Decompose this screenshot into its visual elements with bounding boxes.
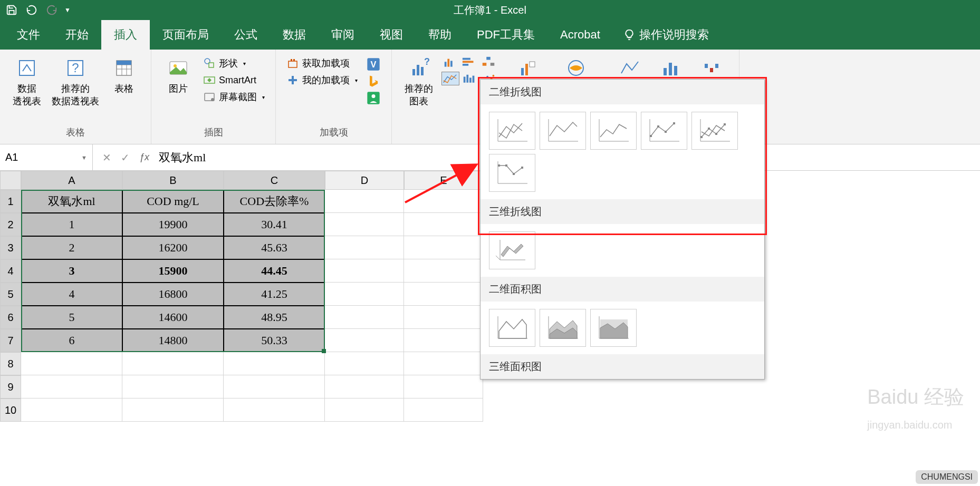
recommended-pivot-button[interactable]: ? 推荐的 数据透视表 [50, 55, 101, 110]
area-chart-option-3[interactable] [590, 309, 637, 347]
cell[interactable] [404, 352, 483, 375]
tab-home[interactable]: 开始 [53, 20, 101, 50]
cell[interactable] [122, 375, 224, 398]
cell[interactable] [21, 375, 122, 398]
area-chart-option-1[interactable] [489, 309, 535, 347]
line-chart-option-6[interactable] [489, 154, 535, 192]
save-icon[interactable] [4, 3, 19, 17]
row-header[interactable]: 8 [0, 352, 21, 375]
line-chart-mini[interactable] [441, 72, 459, 85]
cell[interactable]: COD去除率% [224, 190, 325, 213]
screenshot-button[interactable]: 屏幕截图▾ [203, 91, 265, 103]
tab-file[interactable]: 文件 [4, 20, 53, 50]
cell[interactable] [325, 283, 404, 306]
cell[interactable]: 50.33 [224, 329, 325, 352]
tab-formulas[interactable]: 公式 [222, 20, 270, 50]
column-header-b[interactable]: B [122, 171, 224, 190]
enter-icon[interactable]: ✓ [121, 151, 130, 164]
name-box[interactable]: A1 ▼ [0, 144, 93, 170]
visio-icon[interactable]: V [366, 57, 381, 72]
line-chart-option-1[interactable] [489, 112, 535, 150]
people-icon[interactable] [366, 91, 381, 105]
cell[interactable]: 3 [21, 259, 122, 283]
cell[interactable] [325, 329, 404, 352]
tab-help[interactable]: 帮助 [416, 20, 464, 50]
tab-insert[interactable]: 插入 [101, 20, 150, 50]
shapes-button[interactable]: 形状▾ [203, 57, 265, 70]
cell[interactable]: COD mg/L [122, 190, 224, 213]
cell[interactable] [224, 398, 325, 422]
area-chart-option-2[interactable] [540, 309, 586, 347]
cell[interactable] [325, 398, 404, 422]
row-header[interactable]: 3 [0, 236, 21, 259]
row-header[interactable]: 9 [0, 375, 21, 398]
cell[interactable] [404, 398, 483, 422]
tell-me-search[interactable]: 操作说明搜索 [623, 20, 709, 50]
cell[interactable]: 6 [21, 329, 122, 352]
hierarchy-chart-mini[interactable] [479, 55, 497, 69]
line-chart-option-5[interactable] [691, 112, 738, 150]
cell[interactable] [122, 398, 224, 422]
row-header[interactable]: 6 [0, 306, 21, 329]
tab-view[interactable]: 视图 [367, 20, 416, 50]
cell[interactable] [325, 375, 404, 398]
cell[interactable] [224, 352, 325, 375]
cell[interactable] [404, 283, 483, 306]
row-header[interactable]: 7 [0, 329, 21, 352]
cell[interactable] [122, 352, 224, 375]
tab-data[interactable]: 数据 [270, 20, 319, 50]
cell[interactable]: 5 [21, 306, 122, 329]
column-header-a[interactable]: A [21, 171, 122, 190]
cell[interactable] [325, 352, 404, 375]
cell[interactable] [325, 213, 404, 236]
cell[interactable] [325, 190, 404, 213]
row-header[interactable]: 5 [0, 283, 21, 306]
smartart-button[interactable]: SmartArt [203, 74, 265, 86]
table-button[interactable]: 表格 [105, 55, 142, 97]
column-header-d[interactable]: D [325, 171, 404, 190]
bing-icon[interactable] [366, 74, 381, 89]
bar-chart-mini[interactable] [460, 55, 478, 69]
redo-icon[interactable] [44, 3, 59, 17]
cell[interactable]: 14600 [122, 306, 224, 329]
cell[interactable]: 2 [21, 236, 122, 259]
row-header[interactable]: 10 [0, 398, 21, 422]
tab-review[interactable]: 审阅 [319, 20, 367, 50]
3d-line-chart-option[interactable] [489, 231, 535, 269]
cell[interactable] [325, 236, 404, 259]
undo-icon[interactable] [24, 3, 39, 17]
cell[interactable] [404, 375, 483, 398]
cancel-icon[interactable]: ✕ [102, 151, 111, 164]
cell[interactable]: 48.95 [224, 306, 325, 329]
row-header[interactable]: 2 [0, 213, 21, 236]
select-all-corner[interactable] [0, 171, 21, 190]
cell[interactable] [404, 329, 483, 352]
tab-pagelayout[interactable]: 页面布局 [150, 20, 222, 50]
cell[interactable] [404, 259, 483, 283]
cell[interactable] [21, 352, 122, 375]
picture-button[interactable]: 图片 [160, 55, 197, 97]
cell[interactable]: 45.63 [224, 236, 325, 259]
chevron-down-icon[interactable]: ▼ [81, 154, 87, 161]
stat-chart-mini[interactable] [460, 72, 478, 85]
cell[interactable]: 41.25 [224, 283, 325, 306]
row-header[interactable]: 1 [0, 190, 21, 213]
row-header[interactable]: 4 [0, 259, 21, 283]
tab-acrobat[interactable]: Acrobat [547, 20, 613, 50]
cell[interactable] [404, 306, 483, 329]
line-chart-option-4[interactable] [641, 112, 687, 150]
cell[interactable]: 1 [21, 213, 122, 236]
cell[interactable]: 4 [21, 283, 122, 306]
line-chart-option-2[interactable] [540, 112, 586, 150]
cell[interactable]: 19900 [122, 213, 224, 236]
cell[interactable] [404, 213, 483, 236]
cell[interactable]: 30.41 [224, 213, 325, 236]
cell[interactable]: 44.45 [224, 259, 325, 283]
cell[interactable] [404, 236, 483, 259]
cell[interactable]: 16800 [122, 283, 224, 306]
cell[interactable] [224, 375, 325, 398]
column-header-c[interactable]: C [224, 171, 325, 190]
cell[interactable]: 双氧水ml [21, 190, 122, 213]
recommended-charts-button[interactable]: ? 推荐的 图表 [400, 55, 437, 110]
cell[interactable]: 16200 [122, 236, 224, 259]
